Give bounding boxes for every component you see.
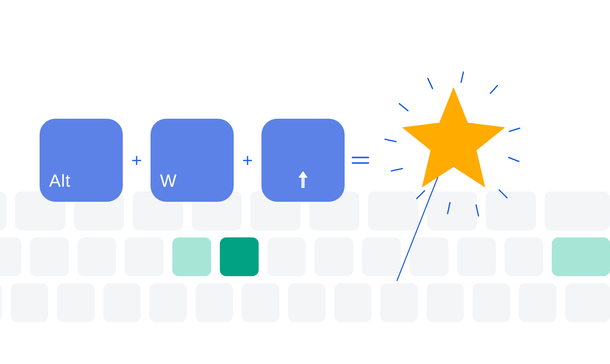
svg-line-6 (490, 85, 498, 93)
keyboard-key (565, 283, 610, 322)
shortcut-key-label: Alt (49, 171, 71, 191)
keyboard-key (220, 237, 259, 276)
keyboard-key (0, 283, 2, 322)
keyboard-key (103, 283, 141, 322)
shortcut-key-label: W (160, 171, 177, 191)
shortcut-key-arrow-up (261, 119, 345, 202)
keyboard-key (427, 191, 477, 230)
keyboard-key (172, 237, 211, 276)
keyboard-key (315, 237, 353, 276)
shortcut-key-w: W (151, 119, 234, 202)
svg-line-4 (428, 78, 433, 89)
keyboard-key (149, 283, 187, 322)
keyboard-key (410, 237, 448, 276)
keyboard-key (0, 191, 6, 230)
keyboard-key (30, 237, 69, 276)
keyboard-key (552, 237, 610, 276)
svg-marker-3 (402, 87, 505, 188)
svg-line-15 (399, 104, 408, 111)
svg-line-13 (391, 169, 402, 171)
equals-icon (345, 152, 376, 169)
keyboard-key (362, 237, 401, 276)
arrow-up-icon (298, 171, 308, 188)
keyboard-key (267, 237, 306, 276)
keyboard-key (196, 283, 233, 322)
keyboard-row-2 (0, 237, 610, 276)
keyboard-row-3 (0, 283, 610, 322)
keyboard-key (505, 237, 543, 276)
shortcut-display: Alt + W + (40, 119, 376, 202)
keyboard-key (0, 237, 21, 276)
keyboard-key (11, 283, 48, 322)
star-icon (402, 87, 505, 188)
keyboard-key (288, 283, 326, 322)
keyboard-key (457, 237, 496, 276)
keyboard-key (57, 283, 95, 322)
keyboard-key (545, 191, 610, 230)
shortcut-key-alt: Alt (40, 119, 123, 202)
keyboard-key (519, 283, 557, 322)
keyboard-key (242, 283, 279, 322)
svg-line-7 (509, 128, 520, 131)
keyboard-key (380, 283, 418, 322)
svg-line-5 (461, 72, 463, 82)
keyboard-key (486, 191, 536, 230)
keyboard-key (473, 283, 510, 322)
keyboard-key (78, 237, 116, 276)
keyboard-key (125, 237, 164, 276)
plus-icon: + (123, 151, 151, 169)
plus-icon: + (234, 151, 261, 169)
svg-line-8 (509, 157, 519, 161)
svg-line-14 (385, 139, 396, 142)
keyboard-key (427, 283, 464, 322)
keyboard-key (334, 283, 372, 322)
